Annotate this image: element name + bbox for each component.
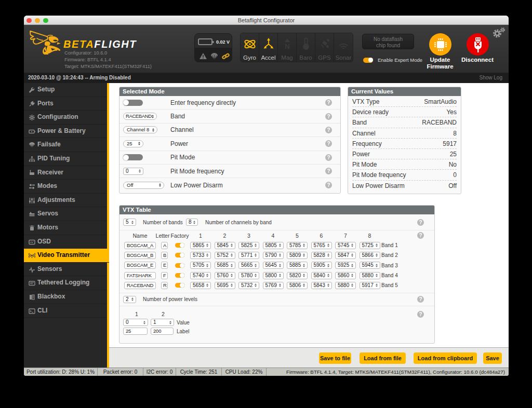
svg-text:N: N — [285, 43, 289, 50]
